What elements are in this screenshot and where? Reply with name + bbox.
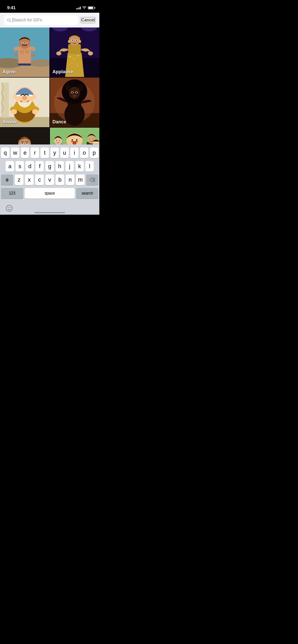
svg-point-30 [72,40,73,41]
gif-applause[interactable]: Applause [50,27,99,77]
svg-point-87 [56,140,57,141]
key-c[interactable]: c [35,174,44,185]
svg-rect-40 [1,83,9,118]
svg-point-24 [56,51,61,55]
key-m[interactable]: m [76,174,85,185]
gif-awww[interactable]: Awww [0,78,49,127]
svg-point-28 [79,40,81,43]
key-l[interactable]: l [85,161,94,172]
svg-point-52 [11,109,17,114]
key-row-3: z x c v b n m [1,174,98,185]
key-row-2: a s d f g h j k l [1,161,98,172]
key-a[interactable]: a [6,161,14,172]
svg-point-74 [22,143,23,144]
key-shift[interactable] [1,174,13,185]
svg-rect-16 [18,64,31,66]
svg-point-35 [78,55,79,56]
search-area: Search for GIFs Cancel [0,13,99,27]
key-b[interactable]: b [56,174,64,185]
key-n[interactable]: n [66,174,74,185]
svg-point-18 [31,54,35,57]
key-v[interactable]: v [45,174,54,185]
svg-point-25 [88,51,93,55]
svg-point-34 [74,59,75,60]
svg-point-63 [69,87,80,99]
gif-awww-label: Awww [3,119,17,125]
key-y[interactable]: y [50,148,59,158]
svg-point-108 [8,207,9,208]
key-p[interactable]: p [90,148,98,158]
svg-point-107 [6,205,12,211]
svg-point-37 [77,65,78,66]
status-icons [76,6,94,9]
keyboard-rows: q w e r t y u i o p a s d f g h j k l [0,144,99,199]
svg-rect-5 [18,47,31,64]
gif-dance-label: Dance [52,119,66,125]
keyboard: q w e r t y u i o p a s d f g h j k l [0,144,99,215]
key-j[interactable]: j [65,161,74,172]
svg-point-49 [25,97,26,98]
emoji-icon [6,205,13,212]
svg-point-17 [14,54,18,57]
svg-point-13 [22,42,23,43]
svg-point-27 [68,40,70,43]
key-f[interactable]: f [35,161,44,172]
gif-agree-label: Agree [3,69,16,75]
cancel-button[interactable]: Cancel [81,17,95,23]
gif-dance[interactable]: Dance [50,78,99,127]
svg-point-109 [10,207,11,208]
svg-point-89 [59,140,60,141]
key-space[interactable]: space [25,188,75,199]
key-q[interactable]: q [1,148,9,158]
svg-point-6 [20,50,25,54]
svg-point-100 [89,138,90,139]
emoji-button[interactable] [4,203,14,213]
svg-point-67 [76,92,77,93]
svg-point-46 [32,94,36,99]
key-z[interactable]: z [15,174,23,185]
status-time: 9:41 [7,5,16,10]
key-w[interactable]: w [11,148,19,158]
battery-icon [88,6,94,9]
status-bar: 9:41 [0,0,99,13]
search-input[interactable]: Search for GIFs [12,18,75,22]
search-icon [7,18,11,22]
key-i[interactable]: i [70,148,79,158]
svg-point-66 [72,92,73,93]
key-e[interactable]: e [21,148,29,158]
svg-point-47 [22,96,27,100]
search-bar[interactable]: Search for GIFs [4,15,78,25]
key-u[interactable]: u [60,148,69,158]
gif-agree[interactable]: Agree [0,27,49,77]
svg-point-33 [70,56,71,57]
wifi-icon [82,6,86,9]
key-numbers[interactable]: 123 [1,188,23,199]
search-placeholder: Search for GIFs [13,18,42,22]
svg-point-106 [97,142,98,143]
key-search[interactable]: search [76,188,98,199]
key-r[interactable]: r [31,148,39,158]
svg-point-45 [13,94,17,99]
gif-applause-label: Applause [52,69,73,75]
key-h[interactable]: h [56,161,64,172]
signal-bars-icon [76,6,81,9]
key-row-1: q w e r t y u i o p [1,148,98,158]
key-s[interactable]: s [16,161,24,172]
svg-point-95 [76,139,77,141]
key-delete[interactable] [86,174,98,185]
key-row-4: 123 space search [1,188,98,199]
home-indicator [34,212,65,213]
key-d[interactable]: d [25,161,34,172]
svg-point-32 [76,40,77,41]
key-t[interactable]: t [40,148,49,158]
key-g[interactable]: g [45,161,54,172]
svg-point-7 [25,50,30,54]
keyboard-bottom [0,201,99,215]
shift-icon [5,177,10,182]
svg-point-76 [26,143,28,144]
key-x[interactable]: x [25,174,34,185]
svg-point-105 [94,142,96,143]
key-k[interactable]: k [75,161,84,172]
svg-point-102 [92,138,93,139]
key-o[interactable]: o [80,148,88,158]
